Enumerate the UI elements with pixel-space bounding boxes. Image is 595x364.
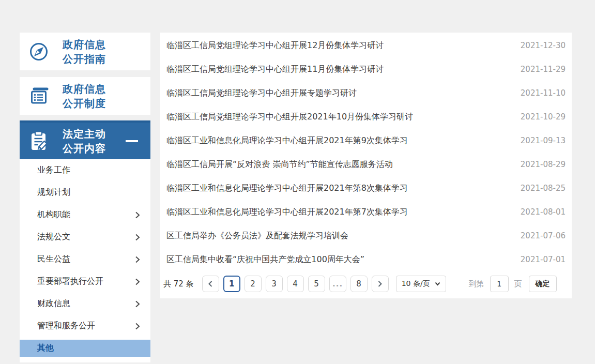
chevron-right-icon: [135, 255, 140, 264]
news-date: 2021-07-06: [521, 231, 566, 240]
menu-item-label: 机构职能: [37, 209, 70, 220]
news-date: 2021-09-13: [521, 136, 566, 145]
news-list-item: 临淄区工信局党组理论学习中心组开展专题学习研讨2021-11-10: [160, 81, 572, 105]
chevron-right-icon: [135, 211, 140, 219]
page-2-button[interactable]: 2: [245, 276, 262, 292]
chevron-right-icon: [135, 322, 140, 330]
sidebar-menu-item-4[interactable]: 法规公文: [20, 226, 150, 248]
sidebar-menu-item-1[interactable]: 业务工作: [20, 159, 150, 181]
goto-page-input[interactable]: [490, 276, 509, 292]
news-date: 2021-10-29: [521, 112, 566, 122]
news-list: 临淄区工信局党组理论学习中心组开展12月份集体学习研讨2021-12-30临淄区…: [160, 33, 572, 271]
news-date: 2021-11-10: [521, 88, 566, 98]
sidebar-submenu: 业务工作规划计划机构职能法规公文民生公益重要部署执行公开财政信息管理和服务公开其…: [20, 159, 150, 357]
label-line1: 政府信息: [63, 83, 106, 95]
page-1-button[interactable]: 1: [223, 276, 240, 292]
news-title-link[interactable]: 临淄区工业和信息化局理论学习中心组开展2021年第7次集体学习: [166, 207, 408, 218]
news-title-link[interactable]: 区工信局举办《公务员法》及配套法规学习培训会: [166, 231, 348, 241]
page-4-button[interactable]: 4: [287, 276, 304, 292]
sidebar-item-gov-info-guide[interactable]: 政府信息 公开指南: [20, 33, 150, 70]
page-size-value: 10 条/页: [402, 279, 430, 289]
sidebar-menu-item-5[interactable]: 民生公益: [20, 248, 150, 270]
goto-prefix-label: 到第: [469, 279, 484, 289]
goto-suffix-label: 页: [514, 279, 522, 289]
total-count-label: 共 72 条: [163, 279, 194, 289]
page-3-button[interactable]: 3: [266, 276, 283, 292]
sidebar-menu-item-3[interactable]: 机构职能: [20, 204, 150, 226]
label-line1: 法定主动: [63, 128, 106, 140]
news-list-item: 临淄区工信局党组理论学习中心组开展11月份集体学习研讨2021-11-29: [160, 57, 572, 81]
chevron-right-icon: [135, 233, 140, 241]
chevron-right-icon: [135, 278, 140, 286]
label-line1: 政府信息: [63, 38, 106, 51]
page-8-button[interactable]: 8: [350, 276, 368, 292]
next-page-button[interactable]: [372, 276, 389, 292]
sidebar-menu-item-9[interactable]: 其他: [20, 340, 150, 357]
chevron-right-icon: [135, 300, 140, 308]
news-list-item: 临淄区工信局党组理论学习中心组开展12月份集体学习研讨2021-12-30: [160, 34, 572, 57]
news-title-link[interactable]: 临淄区工信局党组理论学习中心组开展12月份集体学习研讨: [166, 40, 384, 51]
sidebar-menu-item-7[interactable]: 财政信息: [20, 293, 150, 315]
chevron-right-icon: [377, 280, 383, 287]
page-5-button[interactable]: 5: [308, 276, 325, 292]
goto-page-group: 到第 页 确定: [469, 276, 557, 292]
news-date: 2021-11-29: [521, 65, 566, 74]
news-title-link[interactable]: 临淄区工信局党组理论学习中心组开展2021年10月份集体学习研讨: [166, 112, 413, 123]
pagination-bar: 共 72 条 12345...8 10 条/页 到第 页 确定: [160, 276, 572, 292]
news-title-link[interactable]: 临淄区工信局党组理论学习中心组开展11月份集体学习研讨: [166, 64, 384, 75]
chevron-down-icon: [435, 282, 440, 286]
menu-item-label: 重要部署执行公开: [37, 276, 103, 287]
news-title-link[interactable]: 区工信局集中收看“庆祝中国共产党成立100周年大会”: [166, 254, 364, 265]
news-date: 2021-08-25: [521, 184, 566, 193]
prev-page-button[interactable]: [202, 276, 219, 292]
sidebar-legal-disclosure-group: 法定主动 公开内容 业务工作规划计划机构职能法规公文民生公益重要部署执行公开财政…: [20, 120, 150, 362]
sidebar-item-label: 法定主动 公开内容: [63, 127, 106, 156]
label-line2: 公开制度: [63, 97, 106, 110]
news-list-item: 区工信局举办《公务员法》及配套法规学习培训会2021-07-06: [160, 224, 572, 248]
confirm-button[interactable]: 确定: [529, 276, 557, 292]
label-line2: 公开指南: [63, 53, 106, 65]
menu-item-label: 管理和服务公开: [37, 321, 95, 331]
sidebar-item-legal-disclosure[interactable]: 法定主动 公开内容: [20, 120, 150, 159]
menu-item-label: 其他: [37, 343, 54, 354]
menu-item-label: 法规公文: [37, 232, 70, 242]
news-list-item: 临淄区工业和信息化局理论学习中心组开展2021年第8次集体学习2021-08-2…: [160, 176, 572, 200]
news-date: 2021-08-01: [521, 207, 566, 217]
sidebar-item-gov-info-system[interactable]: 政府信息 公开制度: [20, 77, 150, 115]
book-icon: [28, 86, 49, 107]
menu-item-label: 规划计划: [37, 187, 70, 198]
menu-item-label: 财政信息: [37, 298, 70, 309]
news-date: 2021-07-01: [521, 255, 566, 264]
news-title-link[interactable]: 临淄区工信局党组理论学习中心组开展专题学习研讨: [166, 88, 357, 99]
sidebar-item-label: 政府信息 公开指南: [63, 37, 106, 66]
news-list-item: 区工信局集中收看“庆祝中国共产党成立100周年大会”2021-07-01: [160, 248, 572, 271]
news-title-link[interactable]: 临淄区工业和信息化局理论学习中心组开展2021年第9次集体学习: [166, 135, 408, 146]
news-list-item: 临淄区工业和信息化局理论学习中心组开展2021年第7次集体学习2021-08-0…: [160, 200, 572, 224]
page-ellipsis-button[interactable]: ...: [329, 276, 346, 292]
news-title-link[interactable]: 临淄区工信局开展“反对浪费 崇尚节约”节能宣传志愿服务活动: [166, 159, 393, 170]
chevron-left-icon: [207, 280, 213, 287]
sidebar-menu-item-6[interactable]: 重要部署执行公开: [20, 270, 150, 293]
compass-icon: [28, 41, 49, 62]
sidebar-item-label: 政府信息 公开制度: [63, 82, 106, 111]
news-date: 2021-12-30: [521, 41, 566, 50]
sidebar-menu-item-2[interactable]: 规划计划: [20, 181, 150, 204]
page-number-buttons: 12345...8: [223, 276, 372, 292]
news-list-item: 临淄区工信局开展“反对浪费 崇尚节约”节能宣传志愿服务活动2021-08-29: [160, 153, 572, 176]
clipboard-pen-icon: [28, 131, 49, 151]
menu-item-label: 民生公益: [37, 254, 70, 265]
news-list-item: 临淄区工信局党组理论学习中心组开展2021年10月份集体学习研讨2021-10-…: [160, 105, 572, 129]
news-list-item: 临淄区工业和信息化局理论学习中心组开展2021年第9次集体学习2021-09-1…: [160, 129, 572, 153]
sidebar-menu-item-8[interactable]: 管理和服务公开: [20, 315, 150, 337]
content-panel: 临淄区工信局党组理论学习中心组开展12月份集体学习研讨2021-12-30临淄区…: [160, 33, 572, 298]
sidebar: 政府信息 公开指南 政府信息 公开制度: [20, 33, 150, 362]
news-date: 2021-08-29: [521, 160, 566, 169]
label-line2: 公开内容: [63, 142, 106, 155]
page-size-select[interactable]: 10 条/页: [396, 276, 446, 292]
collapse-minus-icon[interactable]: [126, 140, 138, 142]
menu-item-label: 业务工作: [37, 165, 70, 176]
news-title-link[interactable]: 临淄区工业和信息化局理论学习中心组开展2021年第8次集体学习: [166, 183, 408, 194]
